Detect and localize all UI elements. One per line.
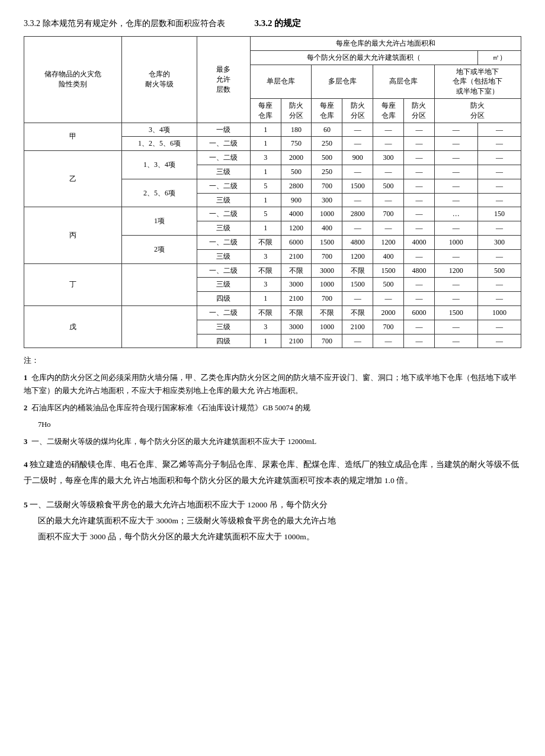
rating-wu-3: 四级 [197, 334, 251, 348]
col-fire-rating-header: 仓库的耐火等级 [121, 37, 197, 123]
note-2-num: 2 [24, 404, 29, 412]
rating-jia-1: 一级 [197, 123, 251, 137]
single-seat-yi-4: 900 [281, 193, 312, 207]
multi-zone-wu-2: 700 [373, 320, 404, 334]
items-wu [121, 305, 197, 348]
high-zone-wu-1: 1500 [434, 305, 477, 320]
rating-wu-2: 三级 [197, 320, 251, 334]
multi-seat-wu-3: — [342, 334, 373, 348]
category-yi: 乙 [24, 151, 122, 207]
floors-jia-1: 1 [250, 123, 281, 137]
multi-seat-ding-2: 1500 [342, 278, 373, 292]
high-zone-bing-2: — [434, 221, 477, 236]
multi-seat-yi-1: 900 [342, 151, 373, 165]
high-seat-wu-1: 6000 [403, 305, 434, 320]
high-seat-yi-3: — [403, 179, 434, 193]
note-3-text: 一、二级耐火等级的煤均化库，每个防火分区的最大允许建筑面积不应大于 12000m… [31, 437, 316, 446]
floors-wu-3: 1 [250, 334, 281, 348]
high-seat-ding-1: 4800 [403, 263, 434, 278]
single-seat-jia-2: 750 [281, 137, 312, 151]
high-zone-bing-4: — [434, 249, 477, 263]
multi-seat-yi-3: 1500 [342, 179, 373, 193]
single-seat-wu-3: 2100 [281, 334, 312, 348]
col-area-main-header: 每座仓库的最大允许占地面积和 [250, 37, 521, 51]
high-seat-yi-2: — [403, 165, 434, 179]
underground-wu-2: — [477, 320, 521, 334]
section-4-num: 4 [24, 460, 30, 469]
high-zone-bing-1: … [434, 207, 477, 221]
multi-zone-yi-1: 300 [373, 151, 404, 165]
col-high-seat: 每座仓库 [373, 98, 404, 123]
floors-wu-2: 3 [250, 320, 281, 334]
title-ref: 3.3.2 的规定 [255, 18, 302, 29]
underground-yi-4: — [477, 193, 521, 207]
underground-yi-2: — [477, 165, 521, 179]
single-zone-jia-2: 250 [312, 137, 342, 151]
high-seat-jia-2: — [403, 137, 434, 151]
single-seat-yi-3: 2800 [281, 179, 312, 193]
high-seat-yi-4: — [403, 193, 434, 207]
rating-yi-3: 一、二级 [197, 179, 251, 193]
col-area-sub-header: 每个防火分区的最大允许建筑面积（ [250, 50, 477, 65]
single-seat-yi-2: 500 [281, 165, 312, 179]
multi-zone-jia-2: — [373, 137, 404, 151]
multi-zone-bing-4: 400 [373, 249, 404, 263]
note-label: 注： [24, 354, 521, 368]
single-zone-yi-4: 300 [312, 193, 342, 207]
floors-bing-1: 5 [250, 207, 281, 221]
section-5-text-cont: 区的最大允许建筑面积不应大于 3000m；三级耐火等级粮食平房仓的最大允许占地 [38, 513, 521, 529]
underground-jia-1: — [477, 123, 521, 137]
floors-yi-3: 5 [250, 179, 281, 193]
page-container: 3.3.2 除本规范另有规定外，仓库的层数和面积应符合表 3.3.2 的规定 储… [24, 18, 521, 545]
section-4: 4 独立建造的硝酸镁仓库、电石仓库、聚乙烯等高分子制品仓库、尿素仓库、配煤仓库、… [24, 456, 521, 488]
col-single-zone: 防火分区 [281, 98, 312, 123]
table-row: 戊 一、二级 不限 不限 不限 不限 2000 6000 1500 1000 [24, 305, 521, 320]
col-multi-seat: 每座仓库 [312, 98, 342, 123]
col-underground-header: 地下或半地下仓库（包括地下或半地下室） [434, 65, 521, 98]
high-zone-ding-1: 1200 [434, 263, 477, 278]
floors-yi-4: 1 [250, 193, 281, 207]
category-jia: 甲 [24, 123, 122, 151]
multi-zone-bing-3: 1200 [373, 235, 404, 249]
single-seat-ding-2: 3000 [281, 278, 312, 292]
underground-bing-2: — [477, 221, 521, 236]
multi-zone-ding-2: 500 [373, 278, 404, 292]
single-seat-bing-4: 2100 [281, 249, 312, 263]
col-multi-zone: 防火分区 [342, 98, 373, 123]
items-yi-1: 1、3、4项 [121, 151, 197, 179]
single-seat-bing-1: 4000 [281, 207, 312, 221]
single-seat-ding-1: 不限 [281, 263, 312, 278]
rating-bing-4: 三级 [197, 249, 251, 263]
notes-section: 注： 1 仓库内的防火分区之间必须采用防火墙分隔，甲、乙类仓库内防火分区之间的防… [24, 354, 521, 448]
underground-bing-3: 300 [477, 235, 521, 249]
note-1-num: 1 [24, 374, 29, 382]
high-seat-jia-1: — [403, 123, 434, 137]
single-seat-yi-1: 2000 [281, 151, 312, 165]
note-3: 3 一、二级耐火等级的煤均化库，每个防火分区的最大允许建筑面积不应大于 1200… [24, 435, 521, 449]
multi-seat-wu-2: 2100 [342, 320, 373, 334]
multi-seat-wu-1: 不限 [342, 305, 373, 320]
single-zone-yi-3: 700 [312, 179, 342, 193]
items-jia-1: 3、4项 [121, 123, 197, 137]
note-3-num: 3 [24, 437, 29, 446]
items-bing-1: 1项 [121, 207, 197, 236]
high-zone-yi-2: — [434, 165, 477, 179]
items-jia-2: 1、2、5、6项 [121, 137, 197, 151]
items-yi-3: 2、5、6项 [121, 179, 197, 207]
note-2-sub-text: 7Ho [38, 420, 51, 429]
rating-yi-4: 三级 [197, 193, 251, 207]
high-seat-ding-2: — [403, 278, 434, 292]
single-seat-bing-3: 6000 [281, 235, 312, 249]
high-seat-wu-2: — [403, 320, 434, 334]
note-2: 2 石油库区内的桶装油品仓库应符合现行国家标准《石油库设计规范》GB 50074… [24, 401, 521, 415]
floors-bing-3: 不限 [250, 235, 281, 249]
high-seat-wu-3: — [403, 334, 434, 348]
floors-yi-1: 3 [250, 151, 281, 165]
underground-ding-1: 500 [477, 263, 521, 278]
single-zone-wu-1: 不限 [312, 305, 342, 320]
floors-jia-2: 1 [250, 137, 281, 151]
underground-bing-4: — [477, 249, 521, 263]
high-zone-yi-4: — [434, 193, 477, 207]
floors-yi-2: 1 [250, 165, 281, 179]
table-row: 乙 1、3、4项 一、二级 3 2000 500 900 300 — — — [24, 151, 521, 165]
